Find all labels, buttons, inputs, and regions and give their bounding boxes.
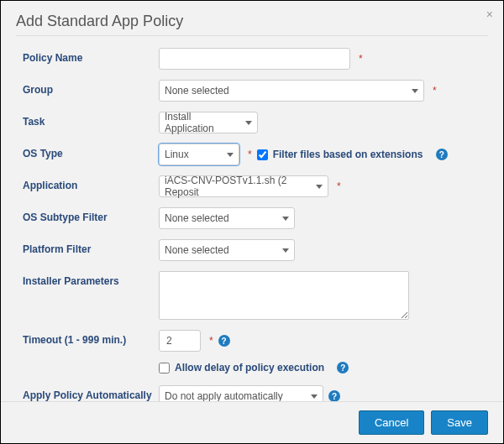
row-platform: Platform Filter None selected xyxy=(23,239,488,261)
row-task: Task Install Application xyxy=(23,112,488,133)
row-allow-delay: Allow delay of policy execution ? xyxy=(23,362,488,373)
help-icon[interactable]: ? xyxy=(328,390,340,402)
label-platform: Platform Filter xyxy=(23,239,159,255)
row-os-type: OS Type Linux * Filter files based on ex… xyxy=(23,144,488,165)
dialog-title: Add Standard App Policy xyxy=(16,13,488,30)
chevron-down-icon xyxy=(282,217,289,221)
group-select[interactable]: None selected xyxy=(159,80,424,102)
label-os-type: OS Type xyxy=(23,144,159,159)
label-os-subtype: OS Subtype Filter xyxy=(23,207,159,223)
os-subtype-select[interactable]: None selected xyxy=(159,207,295,229)
task-select-value: Install Application xyxy=(165,111,239,134)
platform-select-value: None selected xyxy=(165,244,229,256)
installer-params-textarea[interactable] xyxy=(159,271,409,320)
os-type-select[interactable]: Linux xyxy=(159,144,239,165)
required-marker: * xyxy=(337,180,341,192)
dialog: × Add Standard App Policy Policy Name * … xyxy=(1,1,503,443)
close-icon[interactable]: × xyxy=(486,8,493,21)
label-apply-auto: Apply Policy Automatically xyxy=(23,385,159,401)
chevron-down-icon xyxy=(412,89,418,93)
form: Policy Name * Group None selected * Task… xyxy=(16,48,488,407)
task-select[interactable]: Install Application xyxy=(159,112,258,133)
required-marker: * xyxy=(359,53,363,65)
os-type-select-value: Linux xyxy=(165,149,189,160)
label-group: Group xyxy=(23,80,159,96)
row-timeout: Timeout (1 - 999 min.) * ? xyxy=(23,330,488,352)
label-timeout: Timeout (1 - 999 min.) xyxy=(23,330,159,346)
filter-ext-checkbox[interactable] xyxy=(257,149,268,160)
divider xyxy=(16,35,488,36)
help-icon[interactable]: ? xyxy=(337,362,349,373)
label-task: Task xyxy=(23,112,159,128)
allow-delay-checkbox[interactable] xyxy=(159,363,170,373)
timeout-input[interactable] xyxy=(159,330,201,352)
save-button[interactable]: Save xyxy=(431,410,488,435)
spacer xyxy=(23,362,159,366)
row-group: Group None selected * xyxy=(23,80,488,102)
help-icon[interactable]: ? xyxy=(436,149,448,160)
chevron-down-icon xyxy=(227,153,234,157)
cancel-button[interactable]: Cancel xyxy=(359,410,424,435)
row-os-subtype: OS Subtype Filter None selected xyxy=(23,207,488,229)
filter-ext-label: Filter files based on extensions xyxy=(273,149,423,160)
chevron-down-icon xyxy=(245,121,252,125)
chevron-down-icon xyxy=(316,185,323,189)
row-policy-name: Policy Name * xyxy=(23,48,488,70)
row-installer-params: Installer Parameters xyxy=(23,271,488,320)
dialog-footer: Cancel Save xyxy=(1,401,503,443)
application-select[interactable]: iACS-CNV-POSTv1.1.sh (2 Reposit xyxy=(159,175,328,197)
application-select-value: iACS-CNV-POSTv1.1.sh (2 Reposit xyxy=(165,175,309,198)
label-application: Application xyxy=(23,175,159,191)
label-policy-name: Policy Name xyxy=(23,48,159,64)
help-icon[interactable]: ? xyxy=(218,335,230,347)
required-marker: * xyxy=(248,149,252,160)
allow-delay-label: Allow delay of policy execution xyxy=(175,362,324,373)
os-subtype-select-value: None selected xyxy=(165,212,229,224)
chevron-down-icon xyxy=(311,394,318,399)
policy-name-input[interactable] xyxy=(159,48,350,70)
apply-auto-select-value: Do not apply automatically xyxy=(165,390,283,402)
required-marker: * xyxy=(433,85,437,97)
row-application: Application iACS-CNV-POSTv1.1.sh (2 Repo… xyxy=(23,175,488,197)
label-installer-params: Installer Parameters xyxy=(23,271,159,287)
platform-select[interactable]: None selected xyxy=(159,239,295,261)
chevron-down-icon xyxy=(282,248,289,253)
required-marker: * xyxy=(209,335,213,347)
group-select-value: None selected xyxy=(165,85,229,97)
